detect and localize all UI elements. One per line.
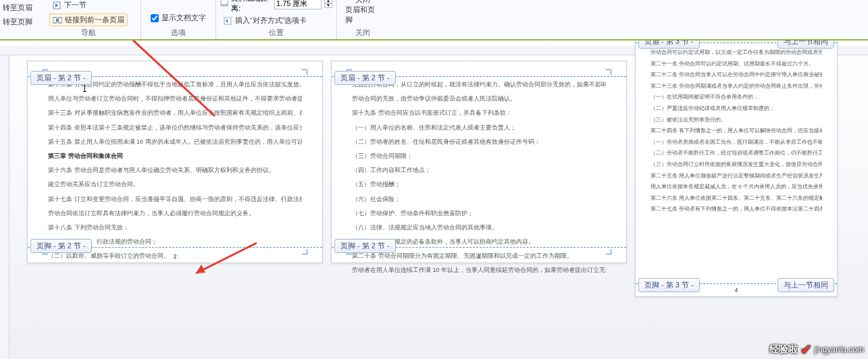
body-line: 第十八条 下列劳动合同无效： xyxy=(48,222,302,233)
header-tag-section-3[interactable]: 页眉 - 第 3 节 - xyxy=(638,40,700,49)
options-group: 奇偶页不同 显示文档文字 选项 xyxy=(141,0,215,39)
body-line: 第二十七条 劳动者有下列情形之一的，用人单位不得依据本法第二十四条、第二十五条的… xyxy=(650,204,822,214)
body-line: 第十四条 依照本法第十三条规定被禁止，该单位仍然继续与劳动者保持劳动关系的，该单… xyxy=(48,122,302,133)
page-4-body: 劳动合同可以约定试用期，以完成一定工作任务为期限的劳动合同或者劳动合同期限不满三… xyxy=(636,40,837,219)
pages-row: 页眉 - 第 2 节 - 页脚 - 第 2 节 - 第十二条 劳动合同约定的劳动… xyxy=(27,61,838,297)
next-section-button[interactable]: 下一节 xyxy=(49,0,128,11)
same-as-prev-footer-tag[interactable]: 与上一节相同 xyxy=(777,278,834,292)
close-group: 关闭 页眉和页脚 关闭 xyxy=(337,0,388,39)
body-line: （二）严重违反劳动纪律或者用人单位规章制度的； xyxy=(650,104,822,113)
watermark-brand: 经验啦 xyxy=(769,343,798,356)
align-tab-icon xyxy=(223,16,232,26)
body-line: 建立劳动关系应当订立劳动合同。 xyxy=(48,179,302,190)
page-number-2: 2 xyxy=(173,253,176,260)
body-line: （二）劳动者不能胜任工作，经过培训或者调整工作岗位，仍不能胜任工作的； xyxy=(650,148,822,158)
body-line: 用人单位与劳动者订立劳动合同时，不得扣押劳动者居民身份证和其他证件，不得要求劳动… xyxy=(48,93,302,104)
body-line: 第十五条 禁止用人单位招用未满 16 周岁的未成年人。已被依法追究刑事责任的，用… xyxy=(48,136,302,147)
watermark-check-icon: ✔ xyxy=(800,341,812,358)
same-as-prev-header-tag[interactable]: 与上一节相同 xyxy=(777,40,834,49)
body-line: （三）被依法追究刑事责任的。 xyxy=(650,115,822,125)
body-line: （四）工作内容和工作地点； xyxy=(352,165,606,175)
close-btn-line1: 关闭 xyxy=(355,0,370,5)
body-line: （三）劳动合同期限； xyxy=(352,150,606,161)
body-line: 用人单位依据本条规定裁减人员，在 6 个月内录用人员的，应当优先录用被裁减的人员… xyxy=(650,182,822,192)
watermark-domain: jingyanla.com xyxy=(815,345,864,354)
body-line: 第十九条 劳动合同应当以书面形式订立，并具备下列条款： xyxy=(352,107,606,118)
footer-distance-value[interactable]: 1.75 厘米 xyxy=(274,0,322,9)
body-line: 劳动合同可以约定试用期，以完成一定工作任务为期限的劳动合同或者劳动合同期限不满三… xyxy=(650,48,822,57)
body-line: （一）用人单位的名称、住所和法定代表人或者主要负责人； xyxy=(352,122,606,133)
options-group-label: 选项 xyxy=(171,28,186,38)
body-line: 第十七条 订立和变更劳动合同，应当遵循平等自愿、协商一致的原则，不得违反法律、行… xyxy=(48,194,302,204)
document-workspace: 页眉 - 第 2 节 - 页脚 - 第 2 节 - 第十二条 劳动合同约定的劳动… xyxy=(0,40,868,359)
goto-footer-button[interactable]: 转至页脚 xyxy=(3,17,32,27)
body-line: 第二十四条 有下列情形之一的，用人单位可以解除劳动合同，但应当提前 30 日以书… xyxy=(650,126,822,136)
page-3[interactable]: 页眉 - 第 2 节 - 页脚 - 第 2 节 - 无效的劳动合同，从订立的时候… xyxy=(331,61,627,263)
body-line: 第二十五条 用人单位濒临破产进行法定整顿期间或者生产经营状况发生严重困难，确需裁… xyxy=(650,171,822,181)
body-line: 第二十二条 劳动合同当事人可以在劳动合同中约定保守用人单位商业秘密的有关事项。 xyxy=(650,70,822,80)
body-line: 第二十一条 劳动合同可以约定试用期。试用期最长不得超过六个月。 xyxy=(650,59,822,69)
close-group-label: 关闭 xyxy=(355,28,370,38)
next-section-icon xyxy=(52,1,61,10)
footer-distance-spinner[interactable]: ▲▼ xyxy=(324,0,332,8)
watermark: 经验啦 ✔ jingyanla.com xyxy=(769,341,864,358)
insert-align-tab-button[interactable]: 插入“对齐方式”选项卡 xyxy=(220,15,332,26)
footer-tag-section-3[interactable]: 页脚 - 第 3 节 - xyxy=(638,278,700,292)
body-line: （一）劳动者患病或者非因工负伤，医疗期满后，不能从事原工作也不能从事由用人单位另… xyxy=(650,138,822,147)
body-line: 第十三条 对从事接触职业病危害作业的劳动者，用人单位应当按照国家有关规定组织上岗… xyxy=(48,107,302,118)
svg-rect-4 xyxy=(221,0,228,6)
insert-align-tab-label: 插入“对齐方式”选项卡 xyxy=(235,16,307,26)
link-to-previous-button[interactable]: 链接到前一条页眉 xyxy=(49,13,128,26)
body-line: （六）社会保险； xyxy=(352,194,606,204)
position-group-label: 位置 xyxy=(269,28,284,38)
header-tag-section-2[interactable]: 页眉 - 第 2 节 - xyxy=(30,71,92,85)
footer-tag-section-2b[interactable]: 页脚 - 第 2 节 - xyxy=(334,239,396,253)
body-line: 劳动合同依法订立即具有法律约束力，当事人必须履行劳动合同规定的义务。 xyxy=(48,208,302,219)
page-number-3: 3 xyxy=(477,253,480,260)
header-tag-section-2b[interactable]: 页眉 - 第 2 节 - xyxy=(334,71,396,85)
close-header-footer-button[interactable]: 关闭 页眉和页脚 xyxy=(341,0,384,26)
body-line: （二）劳动者的姓名、住址和居民身份证或者其他有效身份证件号码； xyxy=(352,136,606,147)
next-section-label: 下一节 xyxy=(64,0,86,10)
body-line: （七）劳动保护、劳动条件和职业危害防护； xyxy=(352,208,606,219)
close-btn-line2: 页眉和页脚 xyxy=(345,5,380,25)
body-line: 第三章 劳动合同和集体合同 xyxy=(48,150,302,161)
body-line: （三）劳动合同订立时所依据的客观情况发生重大变化，致使原劳动合同无法履行，经当事… xyxy=(650,160,822,169)
body-line: 劳动合同的无效，由劳动争议仲裁委员会或者人民法院确认。 xyxy=(352,93,606,104)
body-line: （五）劳动报酬； xyxy=(352,179,606,190)
goto-header-button[interactable]: 转至页眉 xyxy=(3,3,32,13)
link-to-previous-label: 链接到前一条页眉 xyxy=(65,15,124,25)
link-icon xyxy=(53,16,62,25)
opt-show-doc-text[interactable]: 显示文档文字 xyxy=(151,13,206,23)
body-line: （一）在试用期间被证明不符合录用条件的； xyxy=(650,92,822,102)
goto-group: 转至页眉 转至页脚 xyxy=(0,0,36,39)
body-line: 第十六条 劳动合同是劳动者与用人单位确立劳动关系、明确双方权利和义务的协议。 xyxy=(48,165,302,175)
text-cursor xyxy=(84,85,85,91)
body-line: 劳动者在用人单位连续工作满 10 年以上，当事人同意续延劳动合同的，如果劳动者提… xyxy=(352,265,606,275)
footer-distance-row: 页脚底端距离: 1.75 厘米 ▲▼ xyxy=(220,0,332,13)
page-4[interactable]: 页眉 - 第 3 节 - 与上一节相同 页脚 - 第 3 节 - 与上一节相同 … xyxy=(635,40,838,297)
footer-tag-section-2[interactable]: 页脚 - 第 2 节 - xyxy=(30,239,92,253)
body-line: 第二十六条 用人单位依据第二十四条、第二十五条、第二十六条的规定解除劳动合同的，… xyxy=(650,194,822,203)
nav-group-label: 导航 xyxy=(81,28,96,38)
page-2-body: 第十二条 劳动合同约定的劳动报酬不得低于当地最低工资标准，且用人单位应当依法据实… xyxy=(28,61,322,269)
footer-distance-icon xyxy=(220,0,228,8)
position-group: 页脚底端距离: 1.75 厘米 ▲▼ 插入“对齐方式”选项卡 位置 xyxy=(216,0,336,39)
show-doc-text-checkbox[interactable] xyxy=(151,14,159,22)
vertical-ruler[interactable] xyxy=(0,55,9,359)
ribbon: 转至页眉 转至页脚 下一节 链接到前一条页眉 导航 奇偶页不同 显示文档文字 xyxy=(0,0,868,40)
nav-group: 下一节 链接到前一条页眉 导航 xyxy=(36,0,141,39)
footer-distance-label: 页脚底端距离: xyxy=(231,0,272,13)
page-number-4: 4 xyxy=(734,287,738,294)
page-2[interactable]: 页眉 - 第 2 节 - 页脚 - 第 2 节 - 第十二条 劳动合同约定的劳动… xyxy=(27,61,323,263)
body-line: 第二十三条 劳动合同期满或者当事人约定的劳动合同终止条件出现，劳动合同即行终止。 xyxy=(650,82,822,91)
body-line: （八）法律、法规规定应当纳入劳动合同的其他事项。 xyxy=(352,222,606,233)
